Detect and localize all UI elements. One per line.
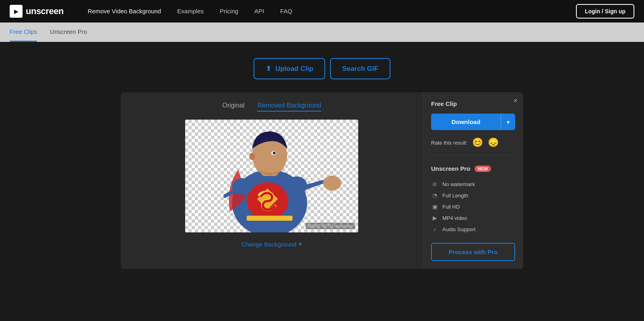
close-button[interactable]: × [513, 97, 518, 104]
happy-rating-button[interactable]: 😊 [472, 138, 483, 147]
download-row: Download ▾ [431, 114, 515, 130]
logo-text: unscreen [26, 6, 64, 17]
no-watermark-icon: ⊘ [431, 180, 438, 188]
main-panel: Original Removed Background [121, 92, 423, 269]
tab-original[interactable]: Original [222, 102, 244, 112]
logo[interactable]: unscreen [10, 5, 64, 18]
gif-preview: MADE WITH unscreen [185, 120, 358, 232]
full-hd-icon: ▣ [431, 203, 438, 210]
feature-audio: ♪ Audio Support [431, 224, 515, 235]
feature-label: Full Length [442, 193, 468, 199]
svg-point-6 [273, 151, 276, 154]
main-content: ⬆ Upload Clip Search GIF Original Remove… [0, 42, 644, 321]
new-badge: NEW [475, 166, 491, 172]
tabs-bar: Free Clips Unscreen Pro [0, 23, 644, 42]
tab-unscreen-pro[interactable]: Unscreen Pro [50, 23, 87, 42]
feature-mp4: ▶ MP4 video [431, 212, 515, 224]
tab-removed-background[interactable]: Removed Background [257, 102, 321, 112]
nav-api[interactable]: API [246, 0, 272, 23]
audio-icon: ♪ [431, 226, 438, 233]
chevron-down-icon: ▾ [299, 240, 302, 248]
upload-clip-button[interactable]: ⬆ Upload Clip [254, 58, 325, 79]
login-button[interactable]: Login / Sign up [576, 4, 634, 19]
change-background-button[interactable]: Change Background ▾ [242, 240, 302, 248]
view-tabs: Original Removed Background [130, 102, 413, 112]
feature-label: No watermark [442, 181, 475, 187]
nav-pricing[interactable]: Pricing [212, 0, 246, 23]
action-buttons: ⬆ Upload Clip Search GIF [8, 58, 636, 79]
tab-free-clips[interactable]: Free Clips [10, 23, 37, 42]
nav-faq[interactable]: FAQ [272, 0, 300, 23]
pro-title: Unscreen Pro [431, 165, 471, 172]
free-clip-title: Free Clip [431, 100, 515, 107]
watermark: MADE WITH unscreen [305, 223, 355, 229]
download-caret-button[interactable]: ▾ [501, 114, 515, 130]
svg-point-7 [249, 153, 255, 160]
svg-point-10 [286, 176, 307, 195]
feature-list: ⊘ No watermark ◔ Full Length ▣ Full HD ▶… [431, 178, 515, 235]
feature-label: MP4 video [442, 215, 467, 221]
main-nav: Remove Video Background Examples Pricing… [80, 0, 576, 23]
upload-icon: ⬆ [266, 64, 271, 73]
rating-row: Rate this result: 😊 😞 [431, 138, 515, 155]
image-container: MADE WITH unscreen [130, 120, 413, 232]
full-length-icon: ◔ [431, 192, 438, 199]
side-panel: × Free Clip Download ▾ Rate this result:… [423, 92, 523, 269]
search-gif-button[interactable]: Search GIF [330, 58, 390, 79]
superman-figure [185, 120, 358, 232]
mp4-icon: ▶ [431, 214, 438, 222]
header: unscreen Remove Video Background Example… [0, 0, 644, 23]
svg-point-8 [323, 176, 342, 191]
pro-header: Unscreen Pro NEW [431, 165, 515, 172]
nav-remove[interactable]: Remove Video Background [80, 0, 169, 23]
svg-point-9 [232, 178, 253, 195]
feature-full-length: ◔ Full Length [431, 190, 515, 201]
svg-rect-11 [247, 216, 293, 221]
logo-icon [10, 5, 23, 18]
sad-rating-button[interactable]: 😞 [488, 138, 499, 147]
feature-label: Audio Support [442, 226, 475, 232]
rate-label: Rate this result: [431, 140, 467, 146]
feature-no-watermark: ⊘ No watermark [431, 178, 515, 190]
process-with-pro-button[interactable]: Process with Pro [431, 243, 515, 261]
nav-examples[interactable]: Examples [169, 0, 212, 23]
content-area: Original Removed Background [121, 92, 523, 269]
feature-label: Full HD [442, 204, 460, 210]
download-button[interactable]: Download [431, 114, 501, 130]
feature-full-hd: ▣ Full HD [431, 201, 515, 212]
